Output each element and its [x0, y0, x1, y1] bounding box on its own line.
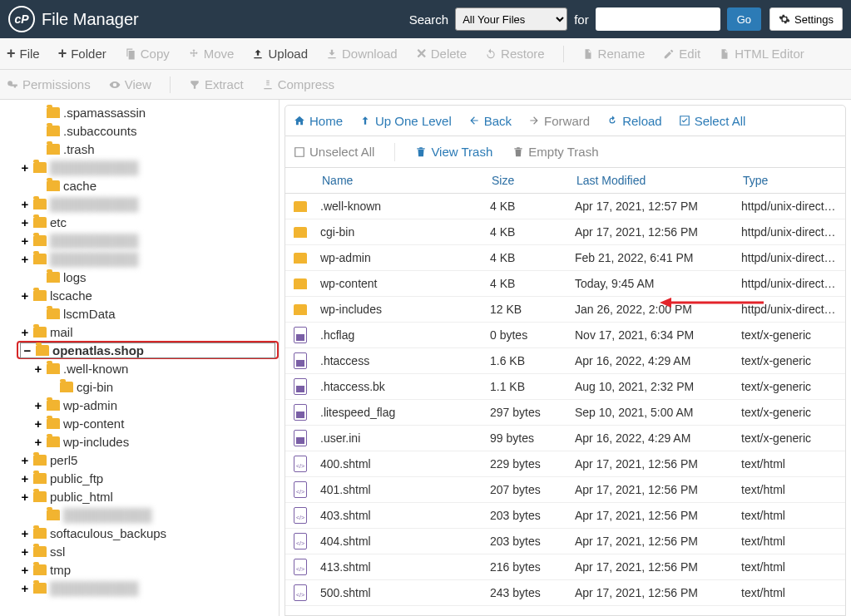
file-row[interactable]: cgi-bin4 KBApr 17, 2021, 12:56 PMhttpd/u…: [285, 219, 845, 245]
tree-item[interactable]: logs: [0, 268, 279, 286]
file-row[interactable]: .well-known4 KBApr 17, 2021, 12:57 PMhtt…: [285, 194, 845, 219]
download-button[interactable]: Download: [326, 47, 398, 61]
reload-button[interactable]: Reload: [606, 114, 662, 128]
expand-icon[interactable]: +: [20, 490, 30, 504]
extract-button[interactable]: Extract: [189, 77, 244, 91]
expand-icon[interactable]: +: [20, 563, 30, 577]
tree-item[interactable]: .spamassassin: [0, 103, 279, 121]
settings-button[interactable]: Settings: [769, 7, 843, 31]
col-modified[interactable]: Last Modified: [570, 174, 736, 187]
tree-item[interactable]: +ssl: [0, 542, 279, 560]
upload-button[interactable]: Upload: [252, 47, 308, 61]
collapse-icon[interactable]: −: [22, 343, 32, 357]
col-size[interactable]: Size: [485, 174, 570, 187]
html-editor-button[interactable]: HTML Editor: [719, 47, 804, 61]
unselect-all-button[interactable]: Unselect All: [294, 145, 374, 159]
expand-icon[interactable]: +: [20, 252, 30, 266]
folder-button[interactable]: +Folder: [58, 45, 106, 62]
expand-icon[interactable]: +: [20, 453, 30, 467]
compress-button[interactable]: Compress: [262, 77, 334, 91]
file-row[interactable]: wp-includes12 KBJan 26, 2022, 2:00 PMhtt…: [285, 297, 845, 323]
file-row[interactable]: .htaccess1.6 KBApr 16, 2022, 4:29 AMtext…: [285, 348, 845, 374]
folder-icon: [33, 235, 47, 246]
expand-icon[interactable]: +: [20, 288, 30, 303]
tree-item[interactable]: .subaccounts: [0, 121, 279, 140]
file-row[interactable]: .user.ini99 bytesApr 16, 2022, 4:29 AMte…: [285, 426, 845, 451]
expand-icon[interactable]: +: [33, 416, 43, 431]
tree-item[interactable]: +██████████: [0, 579, 279, 597]
up-button[interactable]: Up One Level: [359, 114, 452, 128]
tree-item[interactable]: +██████████: [0, 249, 279, 268]
tree-item[interactable]: +██████████: [0, 195, 279, 213]
delete-button[interactable]: ✕Delete: [416, 46, 467, 62]
tree-item[interactable]: +lscache: [0, 286, 279, 304]
tree-item[interactable]: −openatlas.shop: [17, 341, 279, 359]
search-input[interactable]: [596, 7, 720, 31]
folder-tree[interactable]: .spamassassin.subaccounts.trash+████████…: [0, 100, 280, 616]
back-button[interactable]: Back: [468, 114, 512, 128]
tree-item[interactable]: +wp-content: [0, 414, 279, 432]
file-button[interactable]: +File: [7, 45, 40, 62]
file-row[interactable]: 500.shtml243 bytesApr 17, 2021, 12:56 PM…: [285, 580, 845, 606]
tree-item[interactable]: +tmp: [0, 560, 279, 579]
tree-item[interactable]: +softaculous_backups: [0, 524, 279, 542]
edit-button[interactable]: Edit: [663, 47, 700, 61]
tree-item[interactable]: cache: [0, 176, 279, 195]
expand-icon[interactable]: +: [20, 526, 30, 540]
empty-trash-button[interactable]: Empty Trash: [512, 145, 598, 159]
tree-item[interactable]: .trash: [0, 140, 279, 158]
trash-icon: [512, 146, 524, 158]
file-row[interactable]: wp-content4 KBToday, 9:45 AMhttpd/unix-d…: [285, 271, 845, 297]
col-type[interactable]: Type: [736, 174, 845, 187]
expand-icon[interactable]: +: [20, 234, 30, 248]
expand-icon[interactable]: +: [20, 581, 30, 595]
file-row[interactable]: .litespeed_flag297 bytesSep 10, 2021, 5:…: [285, 400, 845, 426]
view-trash-button[interactable]: View Trash: [415, 145, 492, 159]
file-row[interactable]: .hcflag0 bytesNov 17, 2021, 6:34 PMtext/…: [285, 323, 845, 348]
expand-icon[interactable]: +: [20, 160, 30, 175]
tree-item[interactable]: +wp-includes: [0, 432, 279, 451]
view-button[interactable]: View: [109, 77, 151, 91]
restore-button[interactable]: Restore: [485, 47, 545, 61]
tree-item[interactable]: ██████████: [0, 505, 279, 524]
home-button[interactable]: Home: [294, 114, 343, 128]
tree-item[interactable]: +██████████: [0, 231, 279, 249]
forward-button[interactable]: Forward: [528, 114, 590, 128]
file-type: text/x-generic: [736, 328, 845, 342]
tree-item[interactable]: +██████████: [0, 158, 279, 176]
file-row[interactable]: 413.shtml216 bytesApr 17, 2021, 12:56 PM…: [285, 554, 845, 580]
expand-icon[interactable]: +: [33, 435, 43, 449]
search-scope-select[interactable]: All Your Files: [455, 7, 567, 31]
rename-button[interactable]: Rename: [582, 47, 646, 61]
expand-icon[interactable]: +: [20, 545, 30, 559]
file-row[interactable]: 403.shtml203 bytesApr 17, 2021, 12:56 PM…: [285, 503, 845, 529]
tree-item[interactable]: +etc: [0, 213, 279, 231]
expand-icon[interactable]: +: [20, 471, 30, 485]
expand-icon[interactable]: +: [33, 398, 43, 412]
tree-item[interactable]: lscmData: [0, 304, 279, 323]
file-row[interactable]: .htaccess.bk1.1 KBAug 10, 2021, 2:32 PMt…: [285, 374, 845, 400]
copy-button[interactable]: Copy: [125, 47, 170, 61]
tree-item[interactable]: +perl5: [0, 451, 279, 469]
file-row[interactable]: 401.shtml207 bytesApr 17, 2021, 12:56 PM…: [285, 477, 845, 503]
permissions-button[interactable]: Permissions: [7, 77, 91, 91]
file-row[interactable]: wp-admin4 KBFeb 21, 2022, 6:41 PMhttpd/u…: [285, 245, 845, 271]
expand-icon[interactable]: +: [20, 215, 30, 229]
expand-icon[interactable]: +: [20, 197, 30, 211]
col-name[interactable]: Name: [315, 174, 485, 187]
file-row[interactable]: 404.shtml203 bytesApr 17, 2021, 12:56 PM…: [285, 529, 845, 554]
expand-icon[interactable]: +: [33, 362, 43, 376]
move-button[interactable]: Move: [188, 47, 235, 61]
file-grid[interactable]: Name Size Last Modified Type .well-known…: [284, 168, 846, 616]
file-row[interactable]: 400.shtml229 bytesApr 17, 2021, 12:56 PM…: [285, 451, 845, 477]
select-all-button[interactable]: Select All: [679, 114, 746, 128]
tree-item[interactable]: +public_html: [0, 487, 279, 505]
tree-item[interactable]: +.well-known: [0, 359, 279, 377]
expand-icon[interactable]: +: [20, 325, 30, 339]
tree-item[interactable]: cgi-bin: [0, 377, 279, 396]
tree-item[interactable]: +mail: [0, 323, 279, 341]
tree-item[interactable]: +public_ftp: [0, 469, 279, 487]
tree-item[interactable]: +wp-admin: [0, 396, 279, 414]
tree-label: ██████████: [63, 508, 151, 522]
go-button[interactable]: Go: [727, 7, 761, 31]
